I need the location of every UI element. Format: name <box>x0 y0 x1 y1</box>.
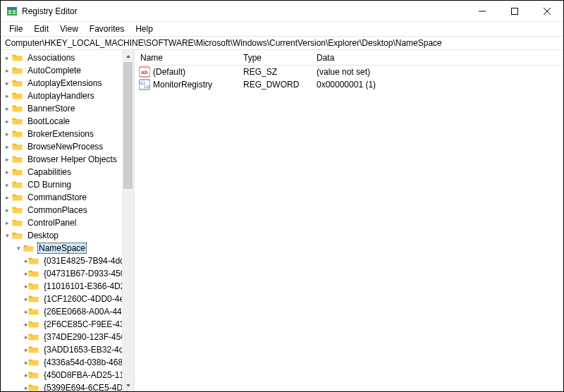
scroll-thumb[interactable] <box>123 62 133 189</box>
tree-expander-icon[interactable]: ▸ <box>2 194 12 201</box>
folder-icon <box>12 129 23 139</box>
tree-item-label: CommonPlaces <box>26 205 89 215</box>
tree-expander-icon[interactable]: ▸ <box>2 156 12 163</box>
tree-item-key[interactable]: ▸ BrokerExtensions <box>1 128 122 140</box>
folder-icon <box>28 294 39 304</box>
svg-rect-1 <box>7 7 17 9</box>
tree-expander-icon[interactable]: ▸ <box>2 54 12 61</box>
scroll-down-button[interactable] <box>122 379 134 391</box>
folder-icon <box>12 78 23 88</box>
menu-file[interactable]: File <box>4 23 28 35</box>
folder-icon <box>12 142 23 152</box>
tree-item-key[interactable]: ▸ CommonPlaces <box>1 204 122 216</box>
folder-icon <box>28 370 39 380</box>
tree-item-key[interactable]: ▸ Capabilities <box>1 166 122 178</box>
tree-expander-icon[interactable]: ▸ <box>2 105 12 112</box>
folder-icon <box>12 53 23 63</box>
folder-icon <box>28 269 39 278</box>
scroll-track[interactable] <box>122 62 134 379</box>
value-data: (value not set) <box>311 67 563 77</box>
minimize-button[interactable] <box>466 1 498 22</box>
tree-item-guid[interactable]: ▸ {2F6CE85C-F9EE-43CA-9 <box>1 318 122 331</box>
menu-edit[interactable]: Edit <box>28 23 54 35</box>
tree-expander-icon[interactable]: ▸ <box>2 169 12 176</box>
column-header-type[interactable]: Type <box>238 53 311 63</box>
folder-icon <box>12 167 23 177</box>
tree-expander-icon[interactable]: ▸ <box>2 80 12 87</box>
tree-item-label: {26EE0668-A00A-44D7-93 <box>42 307 122 317</box>
tree-item-label: CommandStore <box>26 192 88 202</box>
tree-item-label: {5399E694-6CE5-4D6C-8 <box>42 383 122 391</box>
close-button[interactable] <box>531 1 563 22</box>
maximize-button[interactable] <box>498 1 531 22</box>
folder-icon <box>12 231 23 240</box>
dword-value-icon <box>139 79 150 90</box>
tree-expander-icon[interactable]: ▸ <box>2 207 12 214</box>
tree-expander-icon[interactable]: ▸ <box>2 143 12 150</box>
tree-item-guid[interactable]: ▸ {26EE0668-A00A-44D7-93 <box>1 305 122 318</box>
tree-item-guid[interactable]: ▸ {3ADD1653-EB32-4cb0-B <box>1 343 122 356</box>
folder-icon <box>28 357 39 367</box>
svg-rect-3 <box>8 13 11 14</box>
value-name: MonitorRegistry <box>153 80 212 90</box>
tree-scroll[interactable]: ▸ Associations ▸ AutoComplete ▸ Autoplay… <box>1 50 122 391</box>
tree-item-guid[interactable]: ▸ {031E4825-7B94-4dc3-B1 <box>1 255 122 267</box>
tree-expander-icon[interactable]: ▸ <box>2 130 12 137</box>
tree-item-label: AutoplayExtensions <box>26 78 103 88</box>
value-type: REG_DWORD <box>238 80 311 90</box>
tree-item-guid[interactable]: ▸ {4336a54d-038b-4685-ab <box>1 356 122 369</box>
tree-expander-icon[interactable]: ▸ <box>2 92 12 99</box>
tree-item-key[interactable]: ▸ AutoplayHandlers <box>1 90 122 102</box>
tree-item-label: AutoplayHandlers <box>26 91 96 101</box>
column-header-name[interactable]: Name <box>135 53 238 63</box>
tree-expander-icon[interactable]: ▸ <box>2 219 12 226</box>
window-title: Registry Editor <box>22 6 78 16</box>
tree-item-guid[interactable]: ▸ {11016101-E366-4D22-BC <box>1 280 122 293</box>
tree-item-key[interactable]: ▸ Associations <box>1 51 122 64</box>
svg-rect-4 <box>13 11 16 12</box>
tree-item-guid[interactable]: ▸ {374DE290-123F-4565-91 <box>1 331 122 343</box>
tree-item-guid[interactable]: ▸ {5399E694-6CE5-4D6C-8 <box>1 381 122 391</box>
menu-favorites[interactable]: Favorites <box>84 23 130 35</box>
folder-icon <box>28 281 39 291</box>
tree-expander-icon[interactable]: ▾ <box>2 232 12 239</box>
column-header-data[interactable]: Data <box>311 53 563 63</box>
app-icon <box>6 6 18 17</box>
address-bar[interactable]: Computer\HKEY_LOCAL_MACHINE\SOFTWARE\Mic… <box>1 36 563 50</box>
tree-item-key[interactable]: ▸ BootLocale <box>1 115 122 128</box>
value-rows: (Default) REG_SZ (value not set) Monitor… <box>135 66 563 391</box>
folder-icon <box>12 205 23 215</box>
tree-item-namespace[interactable]: ▾ NameSpace <box>1 242 122 255</box>
tree-item-label: Desktop <box>26 231 60 240</box>
tree-item-key[interactable]: ▸ BannerStore <box>1 102 122 115</box>
tree-scrollbar[interactable] <box>122 50 134 391</box>
scroll-up-button[interactable] <box>122 50 134 62</box>
tree-item-key[interactable]: ▸ Browser Helper Objects <box>1 153 122 166</box>
tree-expander-icon[interactable]: ▾ <box>13 245 23 252</box>
tree-item-guid[interactable]: ▸ {450D8FBA-AD25-11D0-9 <box>1 369 122 381</box>
tree-item-guid[interactable]: ▸ {1CF1260C-4DD0-4ebb-8 <box>1 293 122 305</box>
svg-rect-5 <box>13 13 16 14</box>
tree-expander-icon[interactable]: ▸ <box>2 118 12 125</box>
tree-expander-icon[interactable]: ▸ <box>2 67 12 74</box>
value-type: REG_SZ <box>238 67 311 77</box>
registry-editor-window: Registry Editor File Edit View Favorites… <box>0 0 564 392</box>
tree-item-key[interactable]: ▸ CD Burning <box>1 178 122 191</box>
menu-help[interactable]: Help <box>130 23 159 35</box>
body: ▸ Associations ▸ AutoComplete ▸ Autoplay… <box>1 50 563 391</box>
tree-item-label: Capabilities <box>26 167 73 177</box>
tree-item-key[interactable]: ▸ BrowseNewProcess <box>1 140 122 153</box>
tree-item-key[interactable]: ▸ CommandStore <box>1 191 122 204</box>
menu-view[interactable]: View <box>54 23 84 35</box>
tree-item-key[interactable]: ▸ AutoComplete <box>1 64 122 77</box>
tree-item-guid[interactable]: ▸ {04731B67-D933-450a-90 <box>1 267 122 280</box>
tree-item-desktop[interactable]: ▾ Desktop <box>1 229 122 242</box>
tree-expander-icon[interactable]: ▸ <box>2 181 12 188</box>
tree-item-label: {11016101-E366-4D22-BC <box>42 281 122 291</box>
menu-bar: File Edit View Favorites Help <box>1 22 563 36</box>
value-row[interactable]: (Default) REG_SZ (value not set) <box>135 66 563 78</box>
tree-pane: ▸ Associations ▸ AutoComplete ▸ Autoplay… <box>1 50 135 391</box>
value-row[interactable]: MonitorRegistry REG_DWORD 0x00000001 (1) <box>135 78 563 91</box>
tree-item-key[interactable]: ▸ AutoplayExtensions <box>1 77 122 90</box>
tree-item-key[interactable]: ▸ ControlPanel <box>1 216 122 229</box>
